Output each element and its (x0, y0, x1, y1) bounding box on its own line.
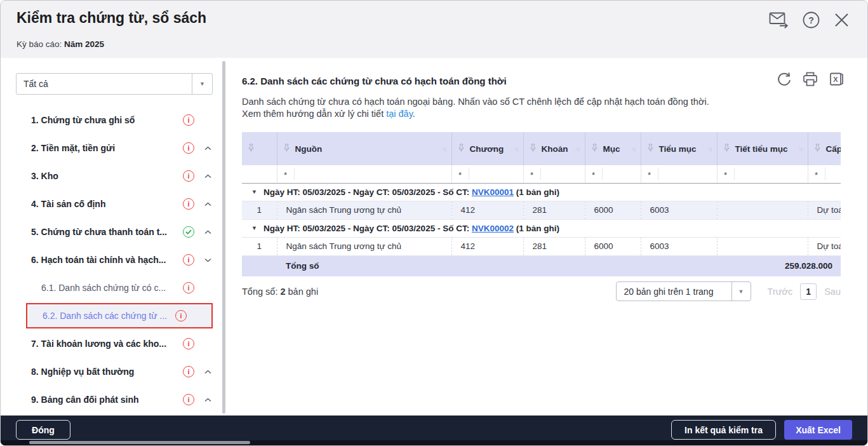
sort-icon[interactable]: ↑↓ (632, 145, 637, 152)
chevron-down-icon[interactable] (195, 258, 211, 262)
sort-icon[interactable]: ↑↓ (576, 145, 581, 152)
filter-input[interactable] (734, 168, 808, 180)
page-size-dropdown[interactable]: 20 bản ghi trên 1 trang ▼ (616, 281, 751, 301)
export-excel-button[interactable]: Xuất Excel (784, 420, 852, 440)
column-header[interactable]: Mục↑↓ (585, 132, 641, 165)
doc-number-link[interactable]: NVK00002 (472, 224, 514, 233)
filter-input[interactable] (469, 168, 523, 180)
sort-icon[interactable]: ↑↓ (708, 145, 713, 152)
mail-send-icon[interactable] (769, 11, 789, 29)
column-header[interactable]: Tiết tiểu mục↑↓ (717, 132, 808, 165)
sidebar-item[interactable]: 5. Chứng từ chưa thanh toán t... (1, 218, 222, 246)
prev-page-button[interactable]: Trước (768, 287, 793, 297)
filter-input[interactable] (540, 168, 585, 180)
filter-operator[interactable]: * (641, 168, 658, 180)
column-header-label: Chương (465, 144, 514, 154)
sidebar-item[interactable]: 6.2. Danh sách các chứng từ ...i (26, 303, 213, 328)
column-header[interactable]: Khoản↑↓ (523, 132, 585, 165)
pin-icon[interactable] (723, 144, 730, 154)
sidebar-item-label: 9. Bảng cân đối phát sinh (31, 395, 182, 405)
filter-operator[interactable]: * (808, 168, 825, 180)
filter-cell[interactable]: * (717, 165, 808, 183)
horizontal-scrollbar-thumb[interactable] (29, 441, 250, 444)
pin-icon[interactable] (647, 144, 654, 154)
report-period: Kỳ báo cáo: Năm 2025 (17, 39, 104, 49)
sidebar-item-label: 2. Tiền mặt, tiền gửi (31, 143, 182, 153)
sidebar-item[interactable]: 4. Tài sản cố địnhi (1, 190, 222, 218)
sidebar-item[interactable]: 8. Nghiệp vụ bất thườngi (1, 358, 222, 386)
filter-operator[interactable]: * (585, 168, 602, 180)
excel-icon[interactable]: X (829, 72, 845, 86)
pin-icon[interactable] (248, 144, 255, 154)
column-header[interactable] (242, 132, 277, 165)
sidebar-scrollbar-thumb[interactable] (222, 61, 225, 414)
table-row[interactable]: 1Ngân sách Trung ương tự chủ412281600060… (242, 201, 841, 219)
column-header[interactable]: Tiểu mục↑↓ (641, 132, 717, 165)
record-count-text: Tổng số: 2 bản ghi (242, 287, 318, 297)
column-header-label: Tiết tiểu mục (730, 144, 799, 154)
close-icon[interactable] (834, 12, 850, 28)
sort-icon[interactable]: ↑↓ (443, 145, 448, 152)
sidebar-item[interactable]: 1. Chứng từ chưa ghi sổi (1, 106, 222, 134)
expand-triangle-icon[interactable]: ▼ (242, 189, 264, 195)
filter-operator[interactable]: * (277, 168, 294, 180)
next-page-button[interactable]: Sau (824, 287, 841, 297)
sort-icon[interactable]: ↑↓ (514, 145, 519, 152)
dropdown-arrow-icon[interactable]: ▼ (731, 282, 751, 301)
total-label: Tổng số (242, 261, 319, 271)
column-header[interactable]: Nguồn↑↓ (277, 132, 451, 165)
sidebar-scrollbar[interactable] (222, 61, 227, 414)
sidebar-item[interactable]: 3. Khoi (1, 162, 222, 190)
current-page-box[interactable]: 1 (800, 283, 817, 300)
horizontal-scrollbar[interactable] (1, 440, 867, 445)
error-icon: i (183, 254, 194, 266)
filter-input[interactable] (825, 168, 841, 180)
chevron-up-icon[interactable] (195, 370, 211, 374)
chevron-up-icon[interactable] (195, 174, 211, 179)
help-link[interactable]: tại đây (386, 109, 413, 119)
expand-triangle-icon[interactable]: ▼ (242, 225, 264, 231)
sidebar-item[interactable]: 6.1. Danh sách chứng từ có c...i (1, 274, 222, 302)
pin-icon[interactable] (458, 144, 465, 154)
sidebar-item[interactable]: 7. Tài khoản lương và các kho...i (1, 330, 222, 358)
doc-number-link[interactable]: NVK00001 (472, 187, 514, 197)
filter-operator[interactable]: * (524, 168, 540, 180)
close-button[interactable]: Đóng (16, 420, 70, 440)
filter-input[interactable] (658, 168, 717, 180)
column-header[interactable]: Cấp phát↑↓ (808, 132, 841, 165)
filter-cell[interactable]: * (808, 165, 841, 183)
sidebar-item-label: 5. Chứng từ chưa thanh toán t... (31, 227, 182, 237)
sidebar-filter-value: Tất cả (17, 79, 192, 89)
filter-cell[interactable]: * (523, 165, 585, 183)
sidebar-item-label: 1. Chứng từ chưa ghi sổ (31, 115, 182, 125)
dropdown-arrow-icon[interactable]: ▼ (192, 74, 212, 94)
table-row[interactable]: 1Ngân sách Trung ương tự chủ412281600060… (242, 237, 841, 255)
chevron-up-icon[interactable] (195, 146, 211, 151)
sidebar-item[interactable]: 2. Tiền mặt, tiền gửii (1, 134, 222, 162)
pin-icon[interactable] (283, 144, 290, 154)
print-results-button[interactable]: In kết quả kiểm tra (671, 420, 776, 440)
filter-cell[interactable]: * (585, 165, 641, 183)
column-header[interactable]: Chương↑↓ (451, 132, 523, 165)
pin-icon[interactable] (591, 144, 598, 154)
chevron-up-icon[interactable] (195, 230, 211, 234)
error-icon: i (183, 114, 194, 126)
filter-cell[interactable]: * (451, 165, 523, 183)
sidebar-filter-dropdown[interactable]: Tất cả ▼ (16, 73, 213, 95)
pin-icon[interactable] (530, 144, 537, 154)
filter-operator[interactable]: * (718, 168, 734, 180)
filter-cell[interactable]: * (277, 165, 451, 183)
filter-input[interactable] (294, 168, 451, 180)
pin-icon[interactable] (814, 144, 821, 154)
help-icon[interactable]: ? (803, 11, 820, 29)
refresh-icon[interactable] (777, 72, 791, 86)
sidebar-item[interactable]: 6. Hạch toán tài chính và hạch...i (1, 246, 222, 274)
sidebar-item[interactable]: 9. Bảng cân đối phát sinhi (1, 386, 222, 414)
chevron-up-icon[interactable] (195, 398, 211, 402)
print-icon[interactable] (803, 72, 818, 86)
filter-operator[interactable]: * (452, 168, 469, 180)
filter-cell[interactable]: * (641, 165, 717, 183)
filter-input[interactable] (602, 168, 641, 180)
sort-icon[interactable]: ↑↓ (799, 145, 804, 152)
chevron-up-icon[interactable] (195, 202, 211, 206)
